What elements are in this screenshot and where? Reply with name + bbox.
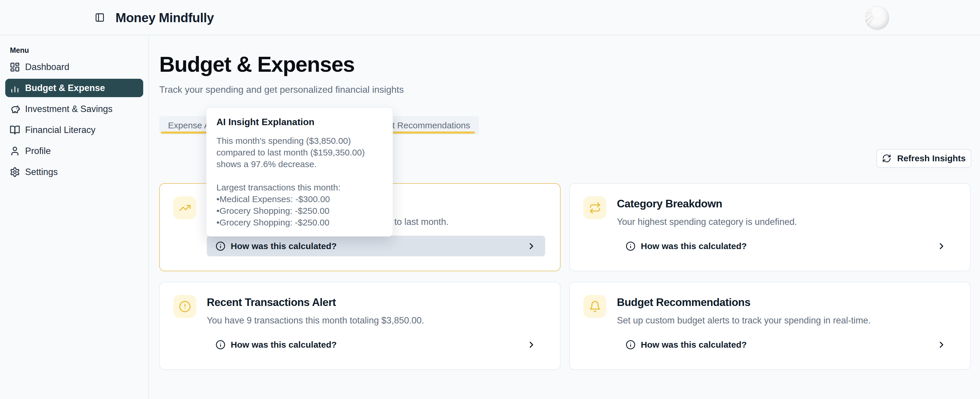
tooltip-bullet-item: Medical Expenses: -$300.00 bbox=[216, 193, 383, 205]
sidebar-nav: Dashboard Budget & Expense Investment & … bbox=[5, 58, 143, 184]
card-title: Recent Transactions Alert bbox=[207, 296, 336, 308]
sidebar-item-label: Settings bbox=[25, 167, 58, 177]
user-avatar[interactable] bbox=[865, 6, 889, 30]
trending-up-icon bbox=[173, 196, 196, 219]
chevron-right-icon bbox=[527, 241, 536, 251]
card-budget-recommendations: Budget Recommendations Set up custom bud… bbox=[570, 282, 970, 370]
sidebar-item-label: Profile bbox=[25, 146, 51, 156]
book-open-icon bbox=[10, 125, 20, 135]
dashboard-icon bbox=[10, 62, 20, 72]
how-was-this-calculated-link[interactable]: How was this calculated? bbox=[207, 334, 545, 355]
sidebar-item-dashboard[interactable]: Dashboard bbox=[5, 58, 143, 76]
ai-insight-tooltip: AI Insight Explanation This month's spen… bbox=[206, 108, 393, 237]
tooltip-title: AI Insight Explanation bbox=[216, 117, 383, 127]
how-was-this-calculated-link[interactable]: How was this calculated? bbox=[207, 236, 545, 256]
repeat-icon bbox=[583, 196, 606, 219]
card-subtitle: You have 9 transactions this month total… bbox=[207, 315, 424, 326]
refresh-insights-button[interactable]: Refresh Insights bbox=[877, 149, 971, 168]
sidebar-item-profile[interactable]: Profile bbox=[5, 142, 143, 160]
how-was-this-calculated-label: How was this calculated? bbox=[231, 340, 337, 350]
sidebar-item-label: Financial Literacy bbox=[25, 125, 95, 135]
sidebar: Menu Dashboard Budget & Expense Investme… bbox=[0, 35, 149, 399]
sidebar-menu-label: Menu bbox=[10, 46, 29, 54]
info-icon bbox=[625, 340, 636, 350]
sidebar-toggle-button[interactable] bbox=[93, 11, 107, 24]
card-recent-transactions-alert: Recent Transactions Alert You have 9 tra… bbox=[159, 282, 561, 370]
how-was-this-calculated-link[interactable]: How was this calculated? bbox=[617, 334, 955, 355]
piggy-bank-icon bbox=[10, 104, 20, 114]
sidebar-item-budget-expense[interactable]: Budget & Expense bbox=[5, 79, 143, 97]
tooltip-bullet-item: Grocery Shopping: -$250.00 bbox=[216, 205, 383, 217]
tooltip-paragraph: This month's spending ($3,850.00) compar… bbox=[216, 135, 383, 170]
gear-icon bbox=[10, 167, 20, 177]
how-was-this-calculated-label: How was this calculated? bbox=[231, 241, 337, 251]
alert-circle-icon bbox=[173, 295, 196, 318]
bell-icon bbox=[583, 295, 606, 318]
tooltip-transaction-list: Largest transactions this month: Medical… bbox=[216, 182, 383, 228]
panel-left-icon bbox=[95, 13, 105, 22]
user-icon bbox=[10, 146, 20, 156]
card-subtitle: to last month. bbox=[395, 217, 449, 227]
chevron-right-icon bbox=[937, 340, 947, 350]
info-icon bbox=[216, 241, 226, 251]
chevron-right-icon bbox=[527, 340, 536, 350]
sidebar-item-investment-savings[interactable]: Investment & Savings bbox=[5, 100, 143, 118]
chevron-right-icon bbox=[937, 241, 947, 251]
info-icon bbox=[216, 340, 226, 350]
sidebar-item-label: Dashboard bbox=[25, 62, 69, 72]
refresh-insights-label: Refresh Insights bbox=[897, 153, 966, 163]
sidebar-item-settings[interactable]: Settings bbox=[5, 163, 143, 181]
bar-chart-icon bbox=[10, 83, 20, 93]
how-was-this-calculated-label: How was this calculated? bbox=[641, 241, 747, 251]
tooltip-list-intro: Largest transactions this month: bbox=[216, 182, 383, 193]
page-subtitle: Track your spending and get personalized… bbox=[159, 84, 404, 95]
sidebar-item-label: Investment & Savings bbox=[25, 104, 113, 114]
refresh-icon bbox=[882, 154, 891, 163]
card-title: Budget Recommendations bbox=[617, 296, 751, 308]
info-icon bbox=[625, 241, 636, 251]
card-subtitle: Set up custom budget alerts to track you… bbox=[617, 315, 870, 326]
sidebar-item-label: Budget & Expense bbox=[25, 83, 105, 93]
card-category-breakdown: Category Breakdown Your highest spending… bbox=[570, 183, 970, 271]
sidebar-item-financial-literacy[interactable]: Financial Literacy bbox=[5, 121, 143, 139]
page-title: Budget & Expenses bbox=[159, 52, 355, 77]
card-subtitle: Your highest spending category is undefi… bbox=[617, 217, 797, 227]
tooltip-bullet-item: Grocery Shopping: -$250.00 bbox=[216, 217, 383, 228]
app-title: Money Mindfully bbox=[116, 0, 214, 35]
card-title: Category Breakdown bbox=[617, 198, 722, 210]
app-header: Money Mindfully bbox=[0, 0, 980, 35]
how-was-this-calculated-link[interactable]: How was this calculated? bbox=[617, 236, 955, 256]
how-was-this-calculated-label: How was this calculated? bbox=[641, 340, 747, 350]
